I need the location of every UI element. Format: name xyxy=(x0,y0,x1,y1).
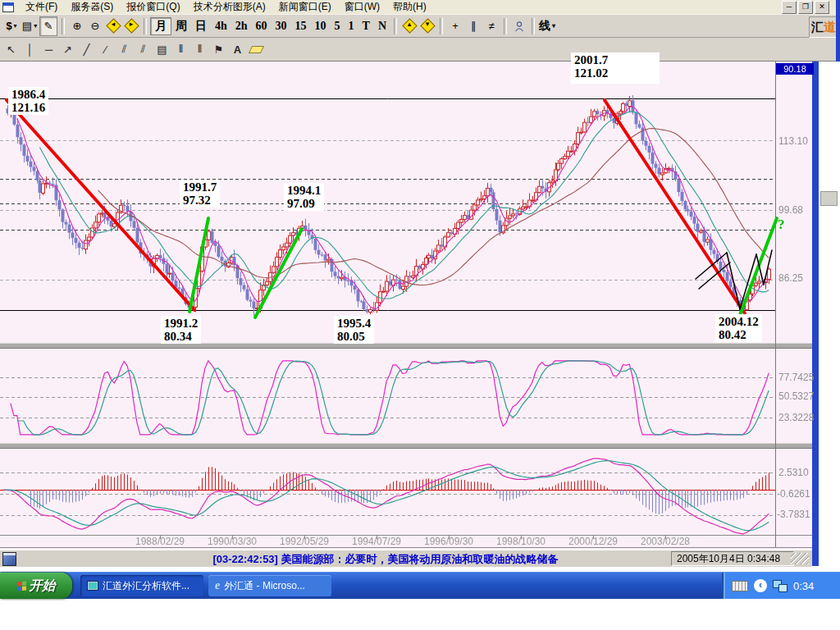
annotation-date: 1991.7 xyxy=(183,180,217,194)
zoom-in-icon: ⊕ xyxy=(73,20,82,32)
taskbar-item-ie[interactable]: e 外汇通 - Microso... xyxy=(208,575,331,596)
fibonacci-timezone-tool-icon[interactable]: ⫴ xyxy=(171,40,190,58)
user-button[interactable] xyxy=(511,17,527,35)
taskbar-clock[interactable]: 0:34 xyxy=(793,580,814,592)
toolbar-separator xyxy=(62,18,65,34)
period-week-button[interactable]: 周 xyxy=(171,18,191,34)
desktop: 文件(F) 服务器(S) 报价窗口(Q) 技术分析图形(A) 新闻窗口(E) 窗… xyxy=(0,0,840,630)
date-axis-label: 1990/03/30 xyxy=(199,536,265,547)
price-axis-label: 99.68 xyxy=(778,204,803,216)
period-5-button[interactable]: 5 xyxy=(331,18,345,34)
layout-button[interactable]: ▤ ▾ xyxy=(21,17,38,35)
horizontal-line-tool-icon[interactable]: ─ xyxy=(39,40,58,58)
menu-help[interactable]: 帮助(H) xyxy=(386,0,433,15)
menu-technical-analysis[interactable]: 技术分析图形(A) xyxy=(187,0,272,15)
toolbar-separator xyxy=(144,18,147,34)
zoom-out-button[interactable]: ⊖ xyxy=(87,17,103,35)
app-logo: 汇 道 xyxy=(809,16,838,38)
menu-quote-window[interactable]: 报价窗口(Q) xyxy=(120,0,186,15)
minimize-button[interactable]: ─ xyxy=(782,1,797,14)
down-arrow-glyph: ▾ xyxy=(419,20,436,28)
annotation-value: 80.42 xyxy=(719,328,759,341)
channel-tool-icon[interactable]: ⫽ xyxy=(134,40,153,58)
eraser-tool-icon[interactable] xyxy=(247,40,266,58)
monitor-icon xyxy=(87,581,98,591)
toolbar-separator xyxy=(532,18,535,34)
annotation-value: 97.32 xyxy=(183,194,217,207)
layout-grid-icon: ▤ xyxy=(22,20,32,32)
tray-collapse-icon[interactable]: ‹ xyxy=(754,579,767,592)
crosshair-button[interactable]: + xyxy=(447,17,463,35)
zoom-out-icon: ⊖ xyxy=(91,20,100,32)
main-toolbar: $ ▾ ▤ ▾ ✎ ⊕ ⊖ ◂ ▸ 月 周 日 4h 2h 60 30 15 1… xyxy=(0,14,840,38)
period-1-button[interactable]: 1 xyxy=(345,18,358,34)
annotation-date: 2001.7 xyxy=(574,53,656,66)
period-30-button[interactable]: 30 xyxy=(272,18,291,34)
status-bar: [03-22:42:53] 美国能源部：必要时，美国将动用原油和取暖油的战略储备… xyxy=(0,550,812,567)
scroll-down-button[interactable]: ▾ xyxy=(419,17,436,35)
zoom-in-button[interactable]: ⊕ xyxy=(69,17,85,35)
internet-explorer-icon: e xyxy=(215,579,220,592)
taskbar-item-huidao[interactable]: 汇道外汇分析软件... xyxy=(80,575,203,596)
menu-news-window[interactable]: 新闻窗口(E) xyxy=(272,0,338,15)
menu-server[interactable]: 服务器(S) xyxy=(64,0,120,15)
text-tool-icon[interactable]: A xyxy=(228,40,247,58)
toolbar-separator xyxy=(504,18,507,34)
dollar-icon: $ xyxy=(6,20,11,32)
toolbar-separator xyxy=(394,18,397,34)
keyboard-icon[interactable] xyxy=(732,581,748,591)
annotation-date: 1991.2 xyxy=(164,317,198,330)
trendline-tool-icon[interactable]: ↗ xyxy=(58,40,77,58)
segment-tool-icon[interactable]: ⁄ xyxy=(96,40,115,58)
period-month-button[interactable]: 月 xyxy=(150,17,171,35)
side-splitter-handle[interactable] xyxy=(820,191,838,206)
date-axis-label: 1988/02/29 xyxy=(127,536,193,547)
period-10-button[interactable]: 10 xyxy=(311,18,331,34)
price-chart-canvas[interactable] xyxy=(0,62,812,550)
vertical-line-tool-icon[interactable]: │ xyxy=(21,40,39,58)
annotation-date: 2004.12 xyxy=(719,315,759,328)
start-button[interactable]: 开始 xyxy=(0,573,72,599)
period-2h-button[interactable]: 2h xyxy=(231,18,252,34)
instrument-button[interactable]: $ ▾ xyxy=(3,17,20,35)
resize-grip[interactable] xyxy=(791,553,809,564)
annotation-date: 1986.4 xyxy=(11,88,45,101)
draw-pencil-button[interactable]: ✎ xyxy=(39,16,57,36)
period-day-button[interactable]: 日 xyxy=(191,18,211,34)
network-icon[interactable] xyxy=(773,580,788,591)
menu-window[interactable]: 窗口(W) xyxy=(338,0,386,15)
question-mark-annotation: ? xyxy=(778,217,785,233)
scroll-right-button[interactable]: ▸ xyxy=(123,17,139,35)
oscillator-axis-label: 77.7425 xyxy=(778,372,814,383)
parallel-channel-tool-icon[interactable]: ⫽ xyxy=(115,40,134,58)
chevron-down-icon: ▾ xyxy=(34,22,37,30)
annotation-2001-peak: 2001.7 121.02 xyxy=(571,52,660,84)
scroll-left-button[interactable]: ◂ xyxy=(105,17,121,35)
period-4h-button[interactable]: 4h xyxy=(211,18,231,34)
period-60-button[interactable]: 60 xyxy=(252,18,272,34)
period-tick-button[interactable]: T xyxy=(358,18,374,34)
cursor-tool-icon[interactable]: ↖ xyxy=(2,40,21,58)
chevron-down-icon: ▾ xyxy=(14,22,17,30)
flag-tool-icon[interactable]: ⚑ xyxy=(209,40,228,58)
person-icon xyxy=(514,21,525,32)
pencil-icon: ✎ xyxy=(44,20,53,32)
restore-button[interactable]: ❐ xyxy=(798,1,813,14)
ray-tool-icon[interactable]: ╱ xyxy=(77,40,96,58)
period-n-button[interactable]: N xyxy=(374,18,390,34)
fibonacci-retracement-tool-icon[interactable]: ▤ xyxy=(153,40,171,58)
parallel-lines-button[interactable]: ∥ xyxy=(465,17,482,35)
logo-char-2: 道 xyxy=(824,20,836,35)
annotation-date: 1994.1 xyxy=(287,184,321,197)
close-button[interactable]: ✕ xyxy=(815,1,829,14)
not-equal-button[interactable]: ≠ xyxy=(483,17,500,35)
price-axis-label: 113.10 xyxy=(778,135,808,147)
menu-file[interactable]: 文件(F) xyxy=(19,0,64,15)
macd-axis-label: -0.6261 xyxy=(777,488,810,500)
period-15-button[interactable]: 15 xyxy=(291,18,311,34)
vertical-grid-tool-icon[interactable]: ⫴ xyxy=(190,40,209,58)
line-tool-button[interactable]: 线 ▾ xyxy=(539,17,555,35)
scroll-up-button[interactable]: ▴ xyxy=(401,17,418,35)
logo-char-1: 汇 xyxy=(811,20,824,35)
line-tool-label: 线 xyxy=(539,19,550,34)
